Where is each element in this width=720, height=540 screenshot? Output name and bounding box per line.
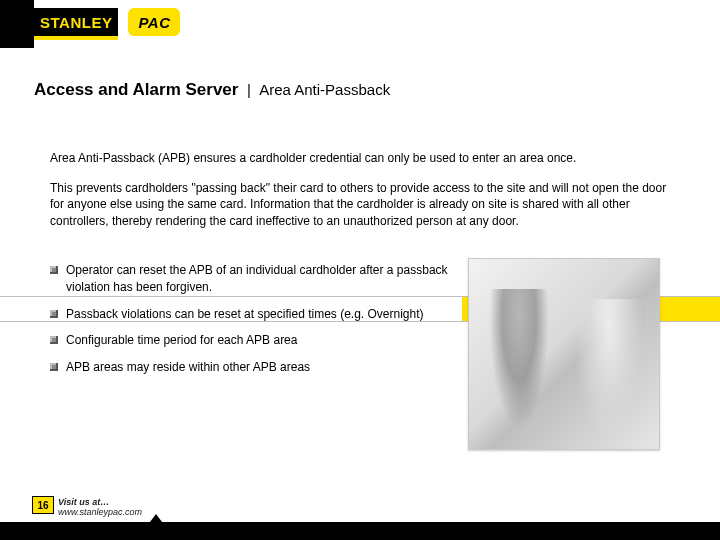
bullet-list: Operator can reset the APB of an individ… (50, 262, 470, 386)
bullet-item-1: Operator can reset the APB of an individ… (50, 262, 470, 296)
paragraph-2: This prevents cardholders "passing back"… (50, 180, 670, 229)
footer-black-bar (0, 522, 720, 540)
logo-row: STANLEY PAC (0, 0, 180, 48)
stanley-logo-text: STANLEY (40, 14, 112, 31)
body-text: Area Anti-Passback (APB) ensures a cardh… (50, 150, 670, 243)
pac-logo-wrap: PAC (128, 8, 180, 36)
footer-visit-url: www.stanleypac.com (58, 508, 142, 518)
footer-visit: Visit us at… www.stanleypac.com (58, 498, 142, 518)
left-black-block (0, 0, 34, 48)
page-number: 16 (37, 500, 48, 511)
slide-title: Access and Alarm Server | Area Anti-Pass… (34, 80, 390, 100)
bullet-icon (50, 363, 58, 371)
bullet-text: Configurable time period for each APB ar… (66, 332, 297, 349)
bullet-icon (50, 310, 58, 318)
title-main: Access and Alarm Server (34, 80, 238, 99)
bullet-icon (50, 336, 58, 344)
bullet-text: Passback violations can be reset at spec… (66, 306, 424, 323)
bullet-icon (50, 266, 58, 274)
title-separator: | (247, 81, 251, 98)
stanley-underline (34, 36, 118, 40)
bullet-item-4: APB areas may reside within other APB ar… (50, 359, 470, 376)
pac-logo: PAC (128, 8, 180, 36)
illustration-image (468, 258, 660, 450)
stanley-logo-wrap: STANLEY (34, 8, 118, 40)
bullet-item-2: Passback violations can be reset at spec… (50, 306, 470, 323)
bullet-text: APB areas may reside within other APB ar… (66, 359, 310, 376)
page-number-box: 16 (32, 496, 54, 514)
slide: STANLEY PAC Access and Alarm Server | Ar… (0, 0, 720, 540)
footer-triangle-icon (150, 514, 162, 522)
bullet-text: Operator can reset the APB of an individ… (66, 262, 470, 296)
pac-logo-text: PAC (138, 14, 170, 31)
paragraph-1: Area Anti-Passback (APB) ensures a cardh… (50, 150, 670, 166)
title-sub: Area Anti-Passback (259, 81, 390, 98)
stanley-logo: STANLEY (34, 8, 118, 36)
bullet-item-3: Configurable time period for each APB ar… (50, 332, 470, 349)
